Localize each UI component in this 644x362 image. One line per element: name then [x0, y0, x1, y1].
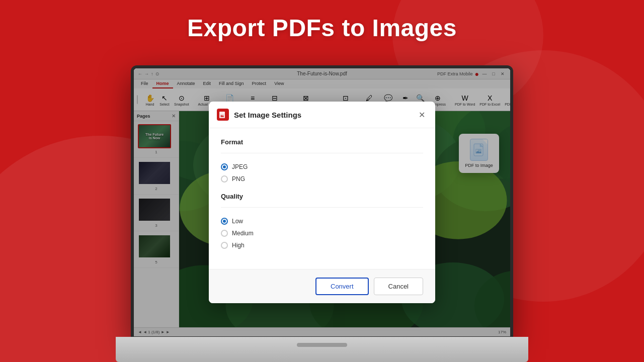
- quality-high-label: High: [232, 242, 245, 249]
- modal-footer: Convert Cancel: [209, 269, 435, 303]
- laptop-base: [116, 337, 528, 362]
- quality-high-option[interactable]: High: [221, 242, 423, 249]
- format-png-label: PNG: [232, 175, 245, 183]
- quality-medium-label: Medium: [232, 230, 254, 237]
- format-jpeg-option[interactable]: JPEG: [221, 163, 423, 170]
- format-jpeg-radio[interactable]: [221, 163, 228, 170]
- modal-title: Set Image Settings: [234, 111, 411, 119]
- quality-low-label: Low: [232, 218, 243, 225]
- quality-high-radio[interactable]: [221, 242, 228, 249]
- modal-body: Format JPEG PNG Quality: [209, 128, 435, 269]
- page-title: Export PDFs to Images: [0, 14, 644, 42]
- laptop-shell: ← → ↑ ⊙ The-Future-is-Now.pdf PDF Extra …: [116, 65, 528, 362]
- modal-overlay: Set Image Settings ✕ Format JPEG: [134, 68, 510, 336]
- quality-section-title: Quality: [221, 193, 423, 200]
- quality-low-radio[interactable]: [221, 218, 228, 225]
- convert-button[interactable]: Convert: [315, 278, 369, 295]
- format-png-radio[interactable]: [221, 175, 228, 183]
- format-divider: [221, 153, 423, 153]
- set-image-settings-modal: Set Image Settings ✕ Format JPEG: [209, 102, 435, 303]
- quality-low-option[interactable]: Low: [221, 218, 423, 225]
- modal-header-icon: [217, 109, 229, 121]
- format-jpeg-label: JPEG: [232, 163, 248, 170]
- quality-medium-option[interactable]: Medium: [221, 230, 423, 237]
- format-radio-group: JPEG PNG: [221, 163, 423, 183]
- quality-radio-group: Low Medium High: [221, 218, 423, 249]
- quality-medium-radio[interactable]: [221, 230, 228, 237]
- modal-close-btn[interactable]: ✕: [416, 109, 427, 120]
- quality-divider: [221, 207, 423, 208]
- laptop-screen: ← → ↑ ⊙ The-Future-is-Now.pdf PDF Extra …: [131, 65, 513, 339]
- format-png-option[interactable]: PNG: [221, 175, 423, 183]
- cancel-button[interactable]: Cancel: [374, 278, 423, 295]
- format-section-title: Format: [221, 138, 423, 146]
- modal-header: Set Image Settings ✕: [209, 102, 435, 128]
